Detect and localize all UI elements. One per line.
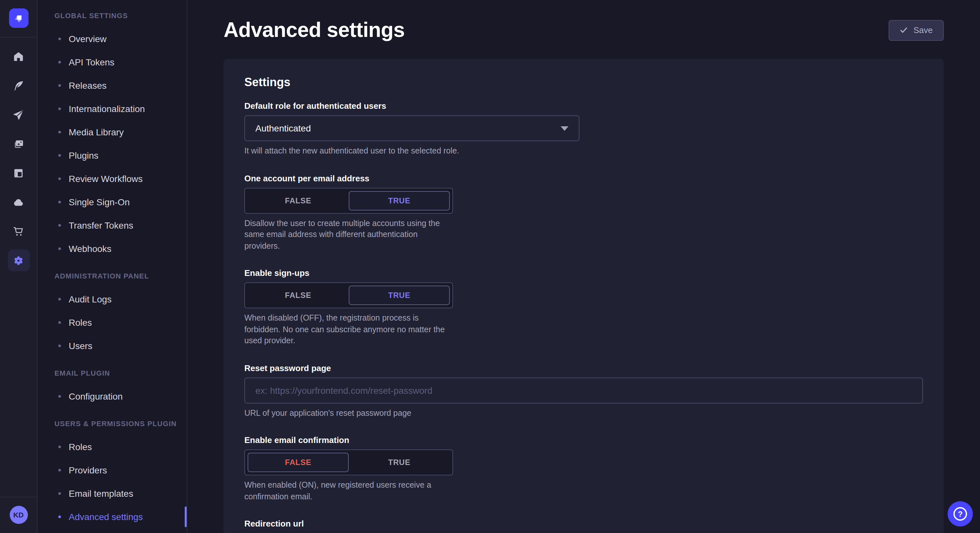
rail-item-cloud[interactable] bbox=[8, 191, 30, 213]
bullet-icon bbox=[58, 108, 61, 110]
sidebar-item-roles[interactable]: Roles bbox=[38, 435, 187, 458]
bullet-icon bbox=[58, 61, 61, 63]
sidebar-item-single-sign-on[interactable]: Single Sign-On bbox=[38, 190, 187, 214]
enable-sign-ups-option-true[interactable]: TRUE bbox=[349, 286, 450, 305]
strapi-logo[interactable] bbox=[9, 8, 28, 28]
sidebar-item-label: Plugins bbox=[69, 150, 99, 160]
sidebar-section-title: GLOBAL SETTINGS bbox=[38, 9, 187, 22]
strapi-logo-icon bbox=[12, 12, 25, 25]
one-account-per-email-option-false[interactable]: FALSE bbox=[248, 191, 349, 210]
enable-sign-ups-toggle: FALSETRUE bbox=[244, 282, 453, 308]
sidebar-item-users[interactable]: Users bbox=[38, 334, 187, 357]
page-header: Advanced settings Save bbox=[224, 0, 944, 59]
sidebar-item-review-workflows[interactable]: Review Workflows bbox=[38, 167, 187, 190]
sidebar-item-label: Roles bbox=[69, 317, 92, 328]
reset-password-page-input[interactable] bbox=[244, 377, 923, 403]
sidebar-item-roles[interactable]: Roles bbox=[38, 311, 187, 334]
sidebar-item-email-templates[interactable]: Email templates bbox=[38, 482, 187, 505]
settings-card: Settings Default role for authenticated … bbox=[224, 59, 944, 533]
content-type-builder-icon bbox=[12, 167, 25, 179]
enable-email-confirmation-option-true[interactable]: TRUE bbox=[349, 453, 450, 472]
sidebar-item-label: Audit Logs bbox=[69, 294, 111, 305]
rail-item-content-type-builder[interactable] bbox=[8, 162, 30, 184]
redirection-url-field: Redirection url bbox=[244, 519, 923, 533]
bullet-icon bbox=[58, 84, 61, 87]
feather-icon bbox=[12, 79, 25, 92]
sidebar-item-configuration[interactable]: Configuration bbox=[38, 385, 187, 408]
settings-sidebar: GLOBAL SETTINGSOverviewAPI TokensRelease… bbox=[38, 0, 187, 533]
help-button[interactable]: ? bbox=[948, 501, 973, 527]
rail-item-settings-gear[interactable] bbox=[8, 249, 30, 271]
sidebar-section: GLOBAL SETTINGSOverviewAPI TokensRelease… bbox=[38, 9, 187, 260]
sidebar-item-plugins[interactable]: Plugins bbox=[38, 144, 187, 167]
save-button[interactable]: Save bbox=[889, 20, 944, 40]
rail-icon-list bbox=[8, 38, 30, 271]
one-account-per-email-label: One account per email address bbox=[244, 173, 923, 183]
enable-email-confirmation-toggle: FALSETRUE bbox=[244, 449, 453, 475]
sidebar-item-label: Internationalization bbox=[69, 104, 145, 114]
sidebar-item-audit-logs[interactable]: Audit Logs bbox=[38, 287, 187, 311]
one-account-per-email-hint: Disallow the user to create multiple acc… bbox=[244, 218, 923, 252]
rail-item-feather[interactable] bbox=[8, 75, 30, 97]
sidebar-item-api-tokens[interactable]: API Tokens bbox=[38, 51, 187, 74]
enable-email-confirmation-option-false[interactable]: FALSE bbox=[248, 453, 349, 472]
sidebar-item-label: Providers bbox=[69, 465, 107, 475]
bullet-icon bbox=[58, 321, 61, 324]
sidebar-item-label: Roles bbox=[69, 442, 92, 452]
sidebar-item-label: Releases bbox=[69, 80, 107, 90]
cloud-icon bbox=[12, 196, 25, 208]
rail-bottom: KD bbox=[0, 497, 37, 533]
rail-item-marketplace-cart[interactable] bbox=[8, 220, 30, 242]
sidebar-item-transfer-tokens[interactable]: Transfer Tokens bbox=[38, 214, 187, 237]
sidebar-item-media-library[interactable]: Media Library bbox=[38, 121, 187, 144]
sidebar-section-title: USERS & PERMISSIONS PLUGIN bbox=[38, 417, 187, 430]
rail-item-home[interactable] bbox=[8, 45, 30, 67]
sidebar-item-providers[interactable]: Providers bbox=[38, 458, 187, 482]
sidebar-item-label: Review Workflows bbox=[69, 174, 143, 184]
nav-rail: KD bbox=[0, 0, 38, 533]
redirection-url-label: Redirection url bbox=[244, 519, 923, 528]
bullet-icon bbox=[58, 516, 61, 518]
page-title: Advanced settings bbox=[224, 18, 405, 42]
bullet-icon bbox=[58, 298, 61, 300]
check-icon bbox=[900, 26, 908, 34]
sidebar-item-internationalization[interactable]: Internationalization bbox=[38, 97, 187, 121]
bullet-icon bbox=[58, 344, 61, 347]
enable-sign-ups-option-false[interactable]: FALSE bbox=[248, 286, 349, 305]
sidebar-item-label: Users bbox=[69, 341, 92, 351]
rail-item-media-library[interactable] bbox=[8, 133, 30, 155]
enable-email-confirmation-field: Enable email confirmationFALSETRUEWhen e… bbox=[244, 435, 923, 503]
bullet-icon bbox=[58, 178, 61, 180]
rail-item-paper-plane[interactable] bbox=[8, 104, 30, 125]
bullet-icon bbox=[58, 224, 61, 227]
default-role-select[interactable]: Authenticated bbox=[244, 115, 579, 141]
sidebar-section-title: EMAIL PLUGIN bbox=[38, 366, 187, 379]
reset-password-page-label: Reset password page bbox=[244, 363, 923, 373]
sidebar-item-webhooks[interactable]: Webhooks bbox=[38, 237, 187, 260]
app-root: KD GLOBAL SETTINGSOverviewAPI TokensRele… bbox=[0, 0, 980, 533]
enable-sign-ups-label: Enable sign-ups bbox=[244, 268, 923, 278]
paper-plane-icon bbox=[12, 108, 25, 121]
avatar[interactable]: KD bbox=[10, 506, 27, 524]
question-mark-icon: ? bbox=[953, 507, 967, 521]
bullet-icon bbox=[58, 469, 61, 471]
sidebar-item-label: Configuration bbox=[69, 391, 123, 401]
sidebar-item-label: API Tokens bbox=[69, 57, 115, 67]
home-icon bbox=[12, 50, 25, 62]
main-content: Advanced settings Save Settings Default … bbox=[187, 0, 980, 533]
sidebar-item-label: Overview bbox=[69, 34, 107, 44]
sidebar-section: ADMINISTRATION PANELAudit LogsRolesUsers bbox=[38, 270, 187, 357]
one-account-per-email-option-true[interactable]: TRUE bbox=[349, 191, 450, 210]
sidebar-item-overview[interactable]: Overview bbox=[38, 27, 187, 51]
sidebar-item-label: Media Library bbox=[69, 127, 124, 137]
sidebar-section: EMAIL PLUGINConfiguration bbox=[38, 366, 187, 408]
sidebar-section-title: ADMINISTRATION PANEL bbox=[38, 270, 187, 282]
sidebar-item-releases[interactable]: Releases bbox=[38, 74, 187, 97]
sidebar-item-advanced-settings[interactable]: Advanced settings bbox=[38, 505, 187, 528]
bullet-icon bbox=[58, 492, 61, 495]
bullet-icon bbox=[58, 154, 61, 157]
bullet-icon bbox=[58, 38, 61, 40]
one-account-per-email-toggle: FALSETRUE bbox=[244, 187, 453, 213]
sidebar-item-label: Advanced settings bbox=[69, 512, 143, 522]
sidebar-item-label: Single Sign-On bbox=[69, 197, 130, 207]
